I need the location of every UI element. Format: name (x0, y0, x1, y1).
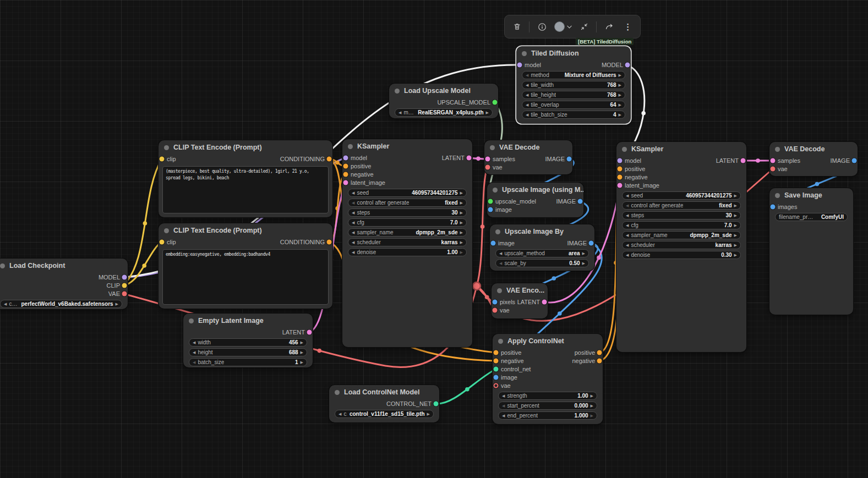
increment-arrow-icon[interactable]: ▶ (734, 243, 737, 247)
collapse-dot-icon[interactable] (490, 145, 495, 150)
node-title-bar[interactable]: VAE Enco... (492, 283, 548, 298)
input-slot-upscale_model[interactable] (488, 199, 493, 204)
node-title-bar[interactable]: VAE Decode (769, 142, 858, 156)
node-title-bar[interactable]: CLIP Text Encode (Prompt) (159, 140, 332, 155)
increment-arrow-icon[interactable]: ▶ (116, 302, 118, 306)
collapse-icon[interactable] (577, 19, 591, 35)
node-title-bar[interactable]: Empty Latent Image (183, 314, 313, 328)
widget-control-after-generate[interactable]: ◀control after generatefixed▶ (348, 199, 467, 207)
decrement-arrow-icon[interactable]: ◀ (352, 240, 354, 244)
widget-end-percent[interactable]: ◀end_percent1.000▶ (498, 411, 597, 420)
increment-arrow-icon[interactable]: ▶ (619, 73, 621, 77)
input-slot-vae[interactable] (485, 165, 490, 170)
decrement-arrow-icon[interactable]: ◀ (626, 223, 629, 227)
increment-arrow-icon[interactable]: ▶ (734, 213, 737, 217)
increment-arrow-icon[interactable]: ▶ (460, 250, 463, 254)
node-vae-decode-1[interactable]: VAE DecodesamplesvaeIMAGE (484, 140, 572, 174)
output-slot-CONTROL_NET[interactable] (434, 402, 439, 406)
node-title-bar[interactable]: KSampler (342, 139, 472, 153)
decrement-arrow-icon[interactable]: ◀ (499, 251, 502, 255)
node-upscale-by[interactable]: Upscale Image ByimageIMAGE◀upscale_metho… (490, 224, 594, 271)
decrement-arrow-icon[interactable]: ◀ (352, 250, 354, 254)
node-title-bar[interactable]: Apply ControlNet (493, 334, 603, 348)
node-title-bar[interactable]: Save Image (769, 188, 853, 202)
node-save-image[interactable]: Save Imageimagesfilename_prefixComfyUI (769, 188, 853, 315)
widget-mode-[interactable]: ◀mode ...RealESRGAN_x4plus.pth▶ (395, 108, 493, 117)
decrement-arrow-icon[interactable]: ◀ (626, 213, 629, 217)
widget-tile-height[interactable]: ◀tile_height768▶ (522, 91, 625, 99)
node-vae-decode-2[interactable]: VAE DecodesamplesvaeIMAGE (769, 142, 858, 176)
output-slot-CLIP[interactable] (122, 283, 127, 288)
kebab-menu-icon[interactable]: ⋮ (621, 19, 635, 35)
decrement-arrow-icon[interactable]: ◀ (339, 412, 341, 416)
output-slot-UPSCALE_MODEL[interactable] (493, 100, 498, 105)
widget-sampler-name[interactable]: ◀sampler_namedpmpp_2m_sde▶ (348, 228, 467, 237)
decrement-arrow-icon[interactable]: ◀ (4, 302, 7, 306)
collapse-dot-icon[interactable] (189, 318, 194, 323)
output-slot-positive[interactable] (597, 350, 602, 355)
node-title-bar[interactable]: CLIP Text Encode (Prompt) (159, 223, 332, 238)
input-slot-image[interactable] (488, 207, 493, 212)
trash-icon[interactable] (510, 19, 523, 35)
widget-steps[interactable]: ◀steps30▶ (348, 208, 467, 217)
node-title-bar[interactable]: Upscale Image (using M... (487, 183, 583, 197)
output-slot-LATENT[interactable] (467, 156, 472, 161)
input-slot-latent_image[interactable] (343, 180, 348, 185)
collapse-dot-icon[interactable] (164, 145, 169, 150)
node-ksampler-2[interactable]: KSamplermodelpositivenegativelatent_imag… (616, 142, 746, 352)
decrement-arrow-icon[interactable]: ◀ (526, 83, 528, 87)
decrement-arrow-icon[interactable]: ◀ (352, 230, 354, 234)
node-graph-canvas[interactable]: ⋮ [BETA] TiledDiffusion Load CheckpointM… (0, 0, 868, 478)
output-slot-VAE[interactable] (122, 292, 127, 296)
input-slot-image[interactable] (491, 241, 496, 246)
decrement-arrow-icon[interactable]: ◀ (626, 204, 629, 207)
input-slot-model[interactable] (343, 156, 348, 161)
increment-arrow-icon[interactable]: ▶ (582, 251, 585, 255)
increment-arrow-icon[interactable]: ▶ (460, 240, 463, 244)
output-slot-IMAGE[interactable] (852, 158, 857, 163)
node-apply-controlnet[interactable]: Apply ControlNetpositivenegativecontrol_… (493, 334, 603, 424)
input-slot-image[interactable] (494, 375, 499, 380)
widget-denoise[interactable]: ◀denoise1.00▶ (348, 248, 467, 256)
increment-arrow-icon[interactable]: ▶ (460, 230, 463, 234)
collapse-dot-icon[interactable] (395, 89, 400, 94)
output-slot-IMAGE[interactable] (589, 241, 594, 246)
increment-arrow-icon[interactable]: ▶ (486, 111, 489, 114)
widget-scheduler[interactable]: ◀schedulerkarras▶ (348, 238, 467, 246)
decrement-arrow-icon[interactable]: ◀ (352, 211, 354, 215)
node-ksampler-1[interactable]: KSamplermodelpositivenegativelatent_imag… (342, 139, 472, 347)
widget-tile-width[interactable]: ◀tile_width768▶ (522, 81, 625, 89)
node-upscale-image-m[interactable]: Upscale Image (using M...upscale_modelim… (487, 183, 583, 217)
input-slot-vae[interactable] (494, 383, 499, 388)
collapse-dot-icon[interactable] (497, 288, 502, 293)
output-slot-LATENT[interactable] (307, 330, 312, 335)
widget-sampler-name[interactable]: ◀sampler_namedpmpp_2m_sde▶ (622, 231, 741, 239)
input-slot-latent_image[interactable] (618, 183, 623, 188)
increment-arrow-icon[interactable]: ▶ (619, 113, 621, 117)
collapse-dot-icon[interactable] (498, 339, 503, 344)
input-slot-clip[interactable] (160, 240, 165, 245)
node-vae-encode[interactable]: VAE Enco...pixelsvaeLATENT (492, 283, 548, 318)
node-title-bar[interactable]: KSampler (616, 142, 746, 156)
decrement-arrow-icon[interactable]: ◀ (502, 394, 505, 398)
collapse-dot-icon[interactable] (622, 147, 627, 152)
decrement-arrow-icon[interactable]: ◀ (626, 194, 629, 197)
widget-co-[interactable]: ◀co ...control_v11f1e_sd15_tile.pth▶ (335, 410, 434, 418)
input-slot-positive[interactable] (494, 350, 499, 355)
increment-arrow-icon[interactable]: ▶ (591, 404, 593, 408)
output-slot-MODEL[interactable] (625, 63, 630, 68)
increment-arrow-icon[interactable]: ▶ (591, 394, 593, 398)
decrement-arrow-icon[interactable]: ◀ (193, 350, 195, 354)
increment-arrow-icon[interactable]: ▶ (619, 83, 621, 87)
output-slot-negative[interactable] (597, 359, 602, 364)
increment-arrow-icon[interactable]: ▶ (460, 191, 463, 195)
input-slot-control_net[interactable] (494, 367, 499, 372)
widget-tile-overlap[interactable]: ◀tile_overlap64▶ (522, 101, 625, 109)
increment-arrow-icon[interactable]: ▶ (734, 233, 737, 237)
decrement-arrow-icon[interactable]: ◀ (526, 113, 528, 117)
widget-start-percent[interactable]: ◀start_percent0.000▶ (498, 402, 597, 410)
increment-arrow-icon[interactable]: ▶ (427, 412, 430, 416)
output-slot-LATENT[interactable] (542, 300, 547, 305)
input-slot-clip[interactable] (160, 157, 165, 162)
collapse-dot-icon[interactable] (522, 51, 527, 56)
